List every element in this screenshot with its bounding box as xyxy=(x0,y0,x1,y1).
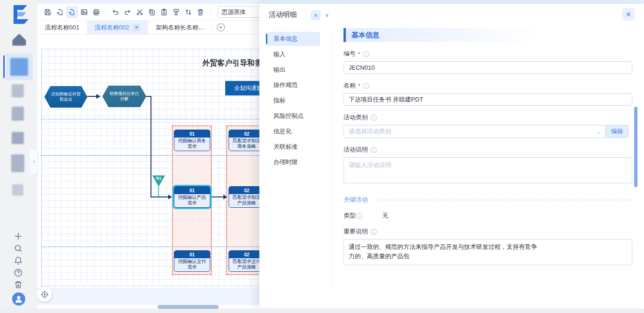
nav-item-input[interactable]: 输入 xyxy=(266,47,320,61)
nav-item-basic-info[interactable]: 基本信息 xyxy=(266,32,320,46)
top-strip xyxy=(0,0,644,4)
category-placeholder: 请选择活动类别 xyxy=(349,127,391,136)
search-button[interactable] xyxy=(14,244,24,254)
info-icon: i xyxy=(363,51,369,57)
required-asterisk: * xyxy=(358,51,360,58)
event-hexagon-start[interactable]: 识别和验证外贸 机会点 xyxy=(44,86,87,108)
redo-button[interactable] xyxy=(122,7,133,18)
palette-shape-3[interactable] xyxy=(12,107,24,121)
user-avatar[interactable] xyxy=(12,292,25,306)
palette-shape-2[interactable] xyxy=(12,84,24,97)
nav-item-informatization[interactable]: 信息化 xyxy=(266,124,320,138)
paste-button[interactable] xyxy=(158,7,170,18)
print-button[interactable] xyxy=(91,7,102,18)
nav-divider xyxy=(332,28,333,290)
activity-box-01b-selected[interactable]: 01 挖掘确认产品 需求 xyxy=(174,186,210,208)
locate-button[interactable] xyxy=(37,287,52,302)
name-label: 名称*i xyxy=(343,81,632,90)
image-icon xyxy=(80,8,88,16)
panel-scrollbar[interactable] xyxy=(634,107,637,187)
nav-item-indicators[interactable]: 指标 xyxy=(266,94,320,108)
trash-icon xyxy=(14,280,23,289)
palette-shape-5[interactable] xyxy=(11,154,24,172)
sync-button[interactable] xyxy=(183,7,194,18)
type-label: 类型 xyxy=(343,211,356,220)
recycle-bin-button[interactable] xyxy=(14,280,24,290)
save-button[interactable] xyxy=(42,7,53,18)
horizontal-scrollbar[interactable] xyxy=(157,305,219,309)
info-icon: i xyxy=(371,115,377,121)
palette-shape-6[interactable] xyxy=(12,184,23,196)
export-button[interactable] xyxy=(66,7,78,18)
activity-box-01c[interactable]: 01 挖掘确认交付 需求 xyxy=(174,250,210,272)
key-activity-title: 关键活动 xyxy=(343,196,368,204)
nav-item-processing-time[interactable]: 办理时限 xyxy=(266,155,320,169)
tab-process-001[interactable]: 流程名称001 xyxy=(37,21,87,34)
category-edit-button[interactable]: 编辑 xyxy=(606,125,629,138)
person-icon xyxy=(12,292,25,306)
import-button[interactable] xyxy=(54,7,65,18)
panel-close-button[interactable]: ✕ xyxy=(622,8,635,21)
image-button[interactable] xyxy=(79,7,90,18)
chevron-down-icon: ⌄ xyxy=(597,129,601,134)
important-textarea[interactable]: 通过一致的、规范的方法来指导产品开发与技术研发过程，支持有竞争 力的、高质量的产… xyxy=(343,239,632,265)
detail-nav-menu: 基本信息 输入 输出 操作规范 指标 风险控制点 信息化 关联标准 办理时限 xyxy=(266,32,320,171)
palette-shape-4[interactable] xyxy=(12,132,24,144)
canvas-footer-band xyxy=(37,288,259,305)
important-label: 重要说明i xyxy=(343,227,632,236)
name-input[interactable] xyxy=(343,93,632,106)
add-shape-button[interactable] xyxy=(14,232,24,242)
help-button[interactable] xyxy=(14,268,24,278)
close-icon: ✕ xyxy=(626,11,631,18)
tab-process-002-active[interactable]: 流程名称002 ✕ xyxy=(87,21,149,34)
description-textarea[interactable] xyxy=(343,157,632,183)
copy-icon xyxy=(148,8,156,16)
required-asterisk: * xyxy=(358,82,360,89)
description-label: 活动说明i xyxy=(343,146,632,154)
category-select[interactable]: 请选择活动类别 ⌄ xyxy=(343,125,606,138)
info-icon: i xyxy=(357,213,363,219)
category-label: 活动类别i xyxy=(343,113,632,122)
cut-button[interactable] xyxy=(134,7,145,18)
move-up-button[interactable]: ∧ xyxy=(311,10,321,20)
nav-item-output[interactable]: 输出 xyxy=(266,63,320,77)
chevron-right-icon: › xyxy=(33,158,35,165)
import-icon xyxy=(56,8,64,16)
basic-info-form: 基本信息 编号*i 名称*i 活动类别i 请选择活动类别 ⌄ 编辑 活动说明i xyxy=(343,28,632,267)
notifications-button[interactable] xyxy=(14,256,24,266)
sync-icon xyxy=(185,8,192,16)
palette-shape-home[interactable] xyxy=(12,34,26,46)
palette-shape-active-thumb xyxy=(10,58,28,76)
info-icon: i xyxy=(371,147,377,153)
type-value: 无 xyxy=(382,211,388,220)
plus-circle-icon: + xyxy=(217,23,225,31)
header-divider xyxy=(306,11,307,21)
info-icon: i xyxy=(371,229,377,235)
dashed-divider xyxy=(372,200,632,200)
nav-item-related-standards[interactable]: 关联标准 xyxy=(266,140,320,154)
move-down-button[interactable]: ∨ xyxy=(322,10,332,20)
nav-item-operation-spec[interactable]: 操作规范 xyxy=(266,78,320,92)
format-brush-button[interactable] xyxy=(171,7,182,18)
code-input[interactable] xyxy=(343,61,632,74)
cut-icon xyxy=(136,8,143,16)
question-icon xyxy=(14,268,23,277)
tab-close-icon[interactable]: ✕ xyxy=(133,24,140,31)
sidebar-expand-handle[interactable]: › xyxy=(30,148,38,175)
chevron-up-icon: ∧ xyxy=(314,12,317,18)
activity-box-01a[interactable]: 01 挖掘确认商务 需求 xyxy=(174,130,210,151)
code-label: 编号*i xyxy=(343,50,632,58)
redo-icon xyxy=(124,8,131,16)
app-window: 外贸客户引导和需 识别和验证外贸 机会点 销售项目任务已分解 企划沟通阶段 R1… xyxy=(0,0,644,313)
tab-architecture[interactable]: 架构名称长名称... xyxy=(148,21,211,34)
copy-button[interactable] xyxy=(146,7,157,18)
undo-button[interactable] xyxy=(110,7,121,18)
event-hexagon-task[interactable]: 销售项目任务已分解 xyxy=(102,86,146,107)
panel-title: 活动明细 xyxy=(269,10,297,19)
search-icon xyxy=(14,244,23,253)
add-tab-button[interactable]: + xyxy=(211,21,230,34)
chevron-down-icon: ∨ xyxy=(325,12,329,18)
delete-button[interactable] xyxy=(195,7,206,18)
nav-item-risk-control[interactable]: 风险控制点 xyxy=(266,109,320,123)
format-brush-icon xyxy=(172,8,180,16)
